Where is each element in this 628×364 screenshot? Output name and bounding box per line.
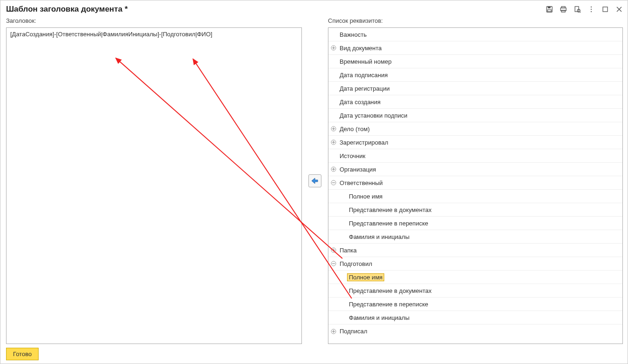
tree-item[interactable]: Дата установки подписи <box>328 109 622 122</box>
titlebar-controls <box>545 5 624 14</box>
print-icon[interactable] <box>559 5 568 14</box>
svg-rect-12 <box>603 7 608 12</box>
header-template-input[interactable]: [ДатаСоздания]-[Ответственный|ФамилияИни… <box>6 27 302 344</box>
expand-icon[interactable] <box>330 166 337 172</box>
left-column: Заголовок: [ДатаСоздания]-[Ответственный… <box>6 17 302 344</box>
tree-item-label: Важность <box>338 31 368 39</box>
tree-item-label: Фамилия и инициалы <box>347 314 411 322</box>
header-template-value: [ДатаСоздания]-[Ответственный|ФамилияИни… <box>7 28 301 40</box>
tree-item-label: Полное имя <box>347 273 384 281</box>
tree-item[interactable]: Ответственный <box>328 176 622 190</box>
tree-item[interactable]: Представление в переписке <box>328 298 622 311</box>
tree-item-label: Полное имя <box>347 192 384 200</box>
expand-icon[interactable] <box>330 45 337 51</box>
tree-item-label: Организация <box>338 165 378 173</box>
tree-item-label: Зарегистрировал <box>338 139 390 146</box>
tree-item[interactable]: Временный номер <box>328 55 622 68</box>
titlebar: Шаблон заголовка документа * <box>0 0 628 17</box>
tree-item[interactable]: Дата регистрации <box>328 82 622 95</box>
window-title: Шаблон заголовка документа * <box>6 5 545 14</box>
attributes-list-label: Список реквизитов: <box>328 17 623 26</box>
close-icon[interactable] <box>615 5 624 14</box>
tree-item[interactable]: Дело (том) <box>328 122 622 136</box>
ready-button[interactable]: Готово <box>6 348 39 360</box>
tree-item[interactable]: Полное имя <box>328 190 622 203</box>
more-icon[interactable] <box>587 5 596 14</box>
tree-item-label: Дата подписания <box>338 71 389 79</box>
svg-point-9 <box>591 7 592 8</box>
svg-rect-5 <box>561 10 565 12</box>
svg-rect-2 <box>548 10 551 12</box>
tree-item[interactable]: Представление в документах <box>328 203 622 217</box>
tree-item[interactable]: Представление в переписке <box>328 217 622 230</box>
tree-item[interactable]: Источник <box>328 149 622 163</box>
tree-item-label: Подготовил <box>338 260 374 268</box>
tree-item-label: Подписал <box>338 327 369 335</box>
svg-point-10 <box>591 9 592 10</box>
content-area: Заголовок: [ДатаСоздания]-[Ответственный… <box>0 17 628 344</box>
document-title-template-window: Шаблон заголовка документа * <box>0 0 628 364</box>
svg-point-11 <box>591 11 592 13</box>
right-column: Список реквизитов: ВажностьВид документа… <box>328 17 623 344</box>
middle-column <box>307 17 323 344</box>
preview-icon[interactable] <box>573 5 582 14</box>
svg-rect-6 <box>575 7 579 12</box>
save-icon[interactable] <box>545 5 554 14</box>
tree-item[interactable]: Дата подписания <box>328 68 622 82</box>
tree-item-label: Ответственный <box>338 179 385 187</box>
tree-item-label: Временный номер <box>338 58 394 66</box>
tree-item[interactable]: Организация <box>328 163 622 176</box>
tree-item[interactable]: Фамилия и инициалы <box>328 311 622 324</box>
tree-item[interactable]: Важность <box>328 28 622 41</box>
tree-item[interactable]: Зарегистрировал <box>328 136 622 149</box>
tree-item-label: Дата создания <box>338 98 382 106</box>
collapse-icon[interactable] <box>330 179 337 186</box>
tree-item[interactable]: Подготовил <box>328 257 622 271</box>
expand-icon[interactable] <box>330 126 337 132</box>
tree-item[interactable]: Фамилия и инициалы <box>328 230 622 244</box>
tree-item-label: Папка <box>338 246 359 254</box>
tree-item[interactable]: Подписал <box>328 324 622 338</box>
collapse-icon[interactable] <box>330 260 337 267</box>
tree-item-label: Представление в документах <box>347 287 434 295</box>
tree-item[interactable]: Вид документа <box>328 41 622 55</box>
tree-item-label: Дата установки подписи <box>338 112 409 119</box>
svg-rect-1 <box>548 7 551 8</box>
tree-item-label: Представление в документах <box>347 206 434 214</box>
tree-item-label: Источник <box>338 152 367 160</box>
tree-item-label: Дата регистрации <box>338 85 392 93</box>
tree-item[interactable]: Папка <box>328 244 622 257</box>
tree-item-label: Дело (том) <box>338 125 372 133</box>
tree-item[interactable]: Полное имя <box>328 271 622 284</box>
svg-line-8 <box>580 12 581 13</box>
maximize-icon[interactable] <box>601 5 610 14</box>
tree-item-label: Фамилия и инициалы <box>347 233 411 241</box>
insert-left-button[interactable] <box>308 174 321 187</box>
header-template-label: Заголовок: <box>6 17 302 26</box>
expand-icon[interactable] <box>330 139 337 146</box>
expand-icon[interactable] <box>330 328 337 335</box>
attributes-tree[interactable]: ВажностьВид документаВременный номерДата… <box>328 27 623 344</box>
svg-marker-15 <box>312 178 318 184</box>
tree-item-label: Представление в переписке <box>347 300 430 308</box>
tree-item[interactable]: Представление в документах <box>328 284 622 298</box>
tree-item[interactable]: Дата создания <box>328 95 622 109</box>
footer: Готово <box>0 344 628 364</box>
arrow-left-icon <box>311 177 319 185</box>
expand-icon[interactable] <box>330 247 337 253</box>
tree-item-label: Представление в переписке <box>347 219 430 227</box>
tree-item-label: Вид документа <box>338 44 384 52</box>
